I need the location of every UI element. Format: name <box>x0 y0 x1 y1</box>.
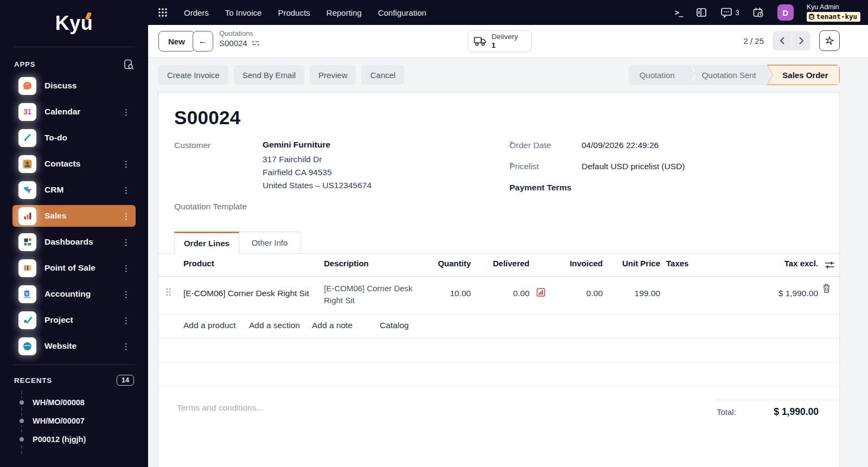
recents-header: RECENTS <box>14 376 52 385</box>
help-icon: ? <box>509 162 513 168</box>
recent-item[interactable]: P00012 (hjgjh) <box>0 430 148 449</box>
record-actions-icon[interactable] <box>252 40 260 46</box>
back-button[interactable]: ← <box>193 31 213 52</box>
kebab-icon[interactable]: ⋮ <box>121 262 131 274</box>
kebab-icon[interactable]: ⋮ <box>121 236 131 248</box>
tab-other-info[interactable]: Other Info <box>239 232 301 254</box>
divider <box>717 400 839 400</box>
sidebar-item-contacts[interactable]: Contacts ⋮ <box>12 153 136 175</box>
status-separator <box>686 65 691 85</box>
sidebar: Kyu APPS Discuss 31 Calendar ⋮ To-do Con… <box>0 0 148 467</box>
new-button[interactable]: New <box>158 31 195 52</box>
app-search-icon[interactable] <box>124 59 134 69</box>
create-invoice-button[interactable]: Create Invoice <box>158 65 228 85</box>
line-delivered[interactable]: 0.00 <box>475 289 529 298</box>
line-quantity[interactable]: 10.00 <box>417 289 471 298</box>
col-header-delivered[interactable]: Delivered <box>475 259 529 275</box>
kebab-icon[interactable]: ⋮ <box>121 184 131 196</box>
sidebar-item-crm[interactable]: CRM ⋮ <box>12 179 136 201</box>
status-bar: Quotation Quotation Sent Sales Order <box>629 65 840 85</box>
col-header-description[interactable]: Description <box>324 259 369 275</box>
status-step-quotation-sent[interactable]: Quotation Sent <box>691 65 767 85</box>
back-arrow-icon: ← <box>199 36 208 47</box>
tab-order-lines[interactable]: Order Lines <box>174 232 239 254</box>
menu-to-invoice[interactable]: To Invoice <box>225 8 262 17</box>
recent-item[interactable]: WH/MO/00007 <box>0 412 148 430</box>
menu-orders[interactable]: Orders <box>184 8 209 17</box>
preview-button[interactable]: Preview <box>310 65 356 85</box>
divider <box>158 314 839 315</box>
add-a-section-link[interactable]: Add a section <box>249 321 300 330</box>
message-count: 3 <box>736 9 739 17</box>
sidebar-item-point-of-sale[interactable]: Point of Sale ⋮ <box>12 257 136 279</box>
line-unit-price[interactable]: 199.00 <box>606 289 660 298</box>
add-a-note-link[interactable]: Add a note <box>312 321 353 330</box>
sparkle-button[interactable] <box>819 30 840 51</box>
kebab-icon[interactable]: ⋮ <box>121 340 131 353</box>
breadcrumb: Quotations S00024 <box>219 29 260 48</box>
kebab-icon[interactable]: ⋮ <box>121 106 131 118</box>
add-a-product-link[interactable]: Add a product <box>183 321 236 330</box>
col-header-tax-excl[interactable]: Tax excl. <box>753 259 818 275</box>
divider <box>158 362 839 363</box>
crm-icon <box>18 181 36 199</box>
kebab-icon[interactable]: ⋮ <box>121 158 131 170</box>
col-header-quantity[interactable]: Quantity <box>417 259 471 275</box>
panel-icon[interactable] <box>696 7 707 18</box>
pager-next-button[interactable] <box>792 31 810 50</box>
payment-terms-label: Payment Terms <box>509 183 571 193</box>
kebab-icon[interactable]: ⋮ <box>121 314 131 327</box>
top-menu: Orders To Invoice Products Reporting Con… <box>184 8 426 17</box>
col-header-product[interactable]: Product <box>183 259 214 275</box>
delivery-smart-button[interactable]: Delivery 1 <box>468 30 532 52</box>
pager-previous-button[interactable] <box>773 31 792 50</box>
line-product[interactable]: [E-COM06] Corner Desk Right Sit <box>183 289 309 298</box>
col-header-unit-price[interactable]: Unit Price <box>606 259 660 275</box>
discuss-icon <box>18 77 36 95</box>
breadcrumb-parent[interactable]: Quotations <box>219 29 260 37</box>
sidebar-item-calendar[interactable]: 31 Calendar ⋮ <box>12 101 136 123</box>
status-step-quotation[interactable]: Quotation <box>629 65 686 85</box>
menu-reporting[interactable]: Reporting <box>327 8 362 17</box>
sidebar-item-todo[interactable]: To-do <box>12 127 136 149</box>
sidebar-item-project[interactable]: Project ⋮ <box>12 309 136 331</box>
brand-logo[interactable]: Kyu <box>0 0 148 47</box>
pricelist-value[interactable]: Default USD pricelist (USD) <box>582 162 685 171</box>
sidebar-item-accounting[interactable]: S Accounting ⋮ <box>12 283 136 305</box>
messages-button[interactable]: 3 <box>720 7 739 18</box>
bullet-icon <box>20 419 24 423</box>
user-menu[interactable]: Kyu Admin tenant-kyu <box>807 3 860 22</box>
accounting-icon: S <box>18 285 36 303</box>
sidebar-item-website[interactable]: Website ⋮ <box>12 335 136 357</box>
calendar-clock-icon[interactable] <box>752 7 764 18</box>
menu-configuration[interactable]: Configuration <box>378 8 426 17</box>
customer-name[interactable]: Gemini Furniture <box>263 140 330 150</box>
apps-grid-icon[interactable] <box>158 8 168 17</box>
catalog-link[interactable]: Catalog <box>380 321 409 330</box>
recent-item[interactable]: WH/MO/00008 <box>0 393 148 412</box>
order-date-value[interactable]: 04/09/2026 22:49:26 <box>582 140 659 150</box>
cancel-button[interactable]: Cancel <box>361 65 404 85</box>
terms-and-conditions-input[interactable]: Terms and conditions... <box>177 403 263 413</box>
kebab-icon[interactable]: ⋮ <box>121 288 131 300</box>
sidebar-item-sales[interactable]: Sales ⋮ <box>12 205 136 227</box>
send-by-email-button[interactable]: Send By Email <box>234 65 304 85</box>
menu-products[interactable]: Products <box>278 8 310 17</box>
avatar[interactable]: D <box>777 4 794 21</box>
line-invoiced[interactable]: 0.00 <box>548 289 603 298</box>
sidebar-item-dashboards[interactable]: Dashboards ⋮ <box>12 231 136 253</box>
dashboards-icon <box>18 233 36 251</box>
sparkle-icon <box>824 35 835 46</box>
terminal-icon[interactable]: >_ <box>675 8 683 17</box>
status-step-sales-order-active[interactable]: Sales Order <box>767 65 840 85</box>
col-header-taxes[interactable]: Taxes <box>666 259 688 275</box>
form-sheet: S00024 Customer Gemini Furniture 317 Fai… <box>158 92 840 467</box>
sidebar-item-discuss[interactable]: Discuss <box>12 75 136 97</box>
divider <box>158 276 839 277</box>
quotation-template-label: Quotation Template <box>174 202 247 212</box>
line-description[interactable]: [E-COM06] Corner Desk Right Sit <box>324 283 422 306</box>
kebab-icon[interactable]: ⋮ <box>121 210 131 222</box>
total-value: $ 1,990.00 <box>774 406 819 418</box>
chat-icon <box>720 7 732 18</box>
col-header-invoiced[interactable]: Invoiced <box>548 259 603 275</box>
